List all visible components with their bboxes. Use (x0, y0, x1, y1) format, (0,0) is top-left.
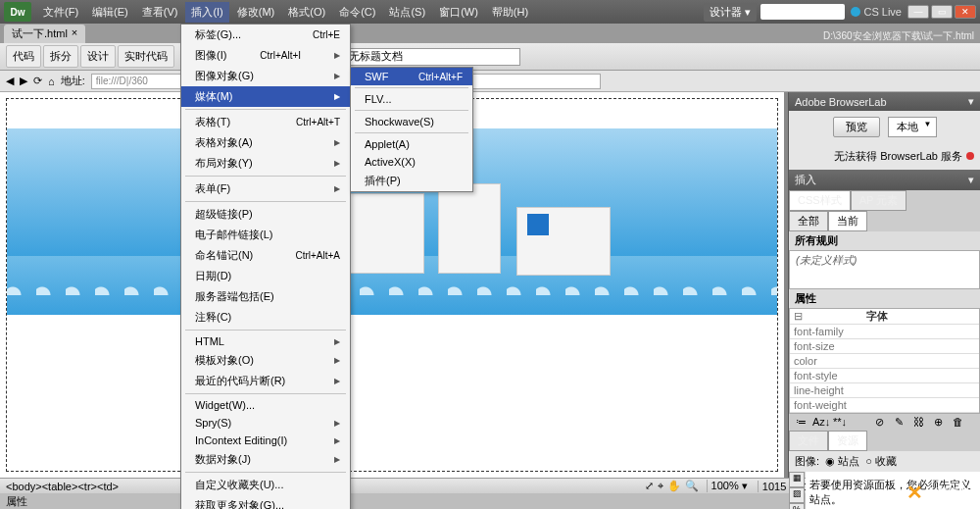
menu-item[interactable]: 编辑(E) (86, 2, 134, 23)
menu-entry[interactable]: 图像(I)Ctrl+Alt+I (181, 45, 350, 66)
css-toolbar-button[interactable]: ⊘ (871, 416, 887, 429)
menu-entry[interactable]: 自定义收藏夹(U)... (181, 475, 350, 495)
assets-site-radio[interactable]: ◉ 站点 (825, 454, 859, 469)
media-submenu[interactable]: SWFCtrl+Alt+FFLV...Shockwave(S)Applet(A)… (350, 67, 473, 192)
view-split-button[interactable]: 拆分 (43, 45, 78, 68)
maximize-button[interactable]: ▭ (931, 5, 953, 19)
submenu-entry[interactable]: ActiveX(X) (351, 153, 472, 171)
cslive-button[interactable]: CS Live (851, 6, 902, 18)
css-toolbar-button[interactable]: ⛓ (910, 416, 926, 429)
menu-entry[interactable]: 电子邮件链接(L) (181, 225, 350, 245)
css-toolbar-button[interactable]: ≔ (793, 416, 808, 429)
menu-entry[interactable]: 表格对象(A) (181, 132, 350, 153)
css-property-row[interactable]: font-weight (790, 398, 979, 413)
menu-item[interactable]: 帮助(H) (486, 2, 534, 23)
assets-tab[interactable]: 资源 (828, 431, 867, 451)
view-code-button[interactable]: 代码 (6, 45, 41, 68)
menu-entry[interactable]: 获取更多对象(G)... (181, 495, 350, 509)
css-all-tab[interactable]: 全部 (789, 211, 828, 231)
menu-entry[interactable]: HTML (181, 332, 350, 350)
status-tool-button[interactable]: ✋ (667, 480, 681, 491)
css-property-row[interactable]: line-height (790, 383, 979, 398)
right-panels: Adobe BrowserLab▾ 预览 本地 无法获得 BrowserLab … (788, 92, 980, 478)
tag-selector[interactable]: <body><table><tr><td> (6, 481, 119, 492)
menu-item[interactable]: 格式(O) (282, 2, 331, 23)
search-input[interactable] (760, 4, 845, 20)
css-toolbar-button[interactable]: ✎ (891, 416, 906, 429)
css-toolbar-button[interactable] (852, 416, 867, 429)
ap-elements-tab[interactable]: AP 元素 (851, 190, 907, 211)
menu-item[interactable]: 插入(I) (185, 2, 228, 23)
menu-entry[interactable]: 媒体(M) (181, 86, 350, 107)
menu-entry[interactable]: 服务器端包括(E) (181, 286, 350, 307)
close-button[interactable]: ✕ (955, 5, 976, 19)
submenu-entry[interactable]: Shockwave(S) (351, 113, 472, 130)
image-category-icon[interactable]: ▦ (789, 472, 805, 487)
css-property-row[interactable]: font-style (790, 369, 979, 383)
css-toolbar-button[interactable]: **↓ (832, 416, 848, 429)
css-current-tab[interactable]: 当前 (828, 211, 867, 231)
menu-entry[interactable]: Widget(W)... (181, 396, 350, 414)
menu-entry[interactable]: 超级链接(P) (181, 204, 350, 225)
browserlab-status: 无法获得 BrowserLab 服务 (834, 150, 962, 162)
css-property-row[interactable]: font-size (790, 339, 979, 354)
workspace-switcher[interactable]: 设计器 ▾ (704, 3, 757, 22)
insert-menu-dropdown[interactable]: 标签(G)...Ctrl+E图像(I)Ctrl+Alt+I图像对象(G)媒体(M… (180, 24, 351, 509)
minimize-button[interactable]: — (907, 5, 929, 19)
menu-entry[interactable]: Spry(S) (181, 414, 350, 432)
status-tool-button[interactable]: ⤢ (645, 480, 654, 491)
menu-item[interactable]: 命令(C) (333, 2, 381, 23)
location-dropdown[interactable]: 本地 (888, 117, 937, 137)
document-tab[interactable]: 试一下.html × (4, 25, 85, 43)
view-design-button[interactable]: 设计 (80, 45, 116, 68)
menu-entry[interactable]: 布局对象(Y) (181, 153, 350, 174)
assets-image-label: 图像: (795, 454, 819, 469)
rules-header: 所有规则 (789, 231, 980, 250)
font-properties[interactable]: ⊟字体 font-familyfont-sizecolorfont-stylel… (789, 308, 980, 414)
css-toolbar-button[interactable]: ⊕ (930, 416, 946, 429)
status-tool-button[interactable]: 🔍 (685, 480, 699, 491)
css-property-row[interactable]: color (790, 354, 979, 369)
view-live-button[interactable]: 实时代码 (118, 45, 174, 68)
menu-entry[interactable]: 最近的代码片断(R) (181, 371, 350, 391)
browserlab-panel-header[interactable]: Adobe BrowserLab▾ (789, 92, 980, 111)
document-tab-label: 试一下.html (12, 26, 68, 41)
url-category-icon[interactable]: % (789, 503, 805, 509)
menu-entry[interactable]: 数据对象(J) (181, 449, 350, 470)
menu-item[interactable]: 修改(M) (231, 2, 281, 23)
css-toolbar: ≔Az↓**↓⊘✎⛓⊕🗑 (789, 414, 980, 431)
menu-entry[interactable]: InContext Editing(I) (181, 432, 350, 449)
css-styles-tab[interactable]: CSS样式 (789, 190, 851, 211)
menu-item[interactable]: 站点(S) (383, 2, 431, 23)
submenu-entry[interactable]: 插件(P) (351, 171, 472, 191)
menu-item[interactable]: 文件(F) (37, 2, 84, 23)
menu-entry[interactable]: 模板对象(O) (181, 350, 350, 371)
preview-button[interactable]: 预览 (833, 117, 880, 137)
css-property-row[interactable]: font-family (790, 325, 979, 339)
menu-entry[interactable]: 标签(G)...Ctrl+E (181, 25, 350, 45)
css-toolbar-button[interactable]: 🗑 (950, 416, 965, 429)
submenu-entry[interactable]: Applet(A) (351, 135, 472, 153)
submenu-entry[interactable]: FLV... (351, 90, 472, 108)
assets-category-icons[interactable]: ▦ ▨ % (789, 472, 805, 509)
files-tab[interactable]: 文件 (789, 431, 828, 451)
rules-list[interactable]: (未定义样式) (789, 250, 980, 289)
css-toolbar-button[interactable]: Az↓ (812, 416, 828, 429)
menu-entry[interactable]: 图像对象(G) (181, 66, 350, 86)
menu-item[interactable]: 查看(V) (136, 2, 184, 23)
tab-close-icon[interactable]: × (72, 26, 77, 41)
status-tool-button[interactable]: ⌖ (658, 480, 663, 491)
menu-entry[interactable]: 命名锚记(N)Ctrl+Alt+A (181, 245, 350, 266)
zoom-level[interactable]: 100% ▾ (707, 480, 752, 492)
assets-favorites-radio[interactable]: ○ 收藏 (865, 454, 897, 469)
color-category-icon[interactable]: ▨ (789, 487, 805, 503)
menu-entry[interactable]: 注释(C) (181, 307, 350, 328)
menu-item[interactable]: 窗口(W) (433, 2, 484, 23)
insert-panel-header[interactable]: 插入▾ (789, 170, 980, 190)
title-input[interactable] (344, 48, 520, 66)
menu-entry[interactable]: 表单(F) (181, 178, 350, 199)
submenu-entry[interactable]: SWFCtrl+Alt+F (351, 68, 472, 85)
address-bar: ◀▶⟳⌂ 地址: (0, 71, 980, 92)
menu-entry[interactable]: 日期(D) (181, 266, 350, 286)
menu-entry[interactable]: 表格(T)Ctrl+Alt+T (181, 112, 350, 132)
